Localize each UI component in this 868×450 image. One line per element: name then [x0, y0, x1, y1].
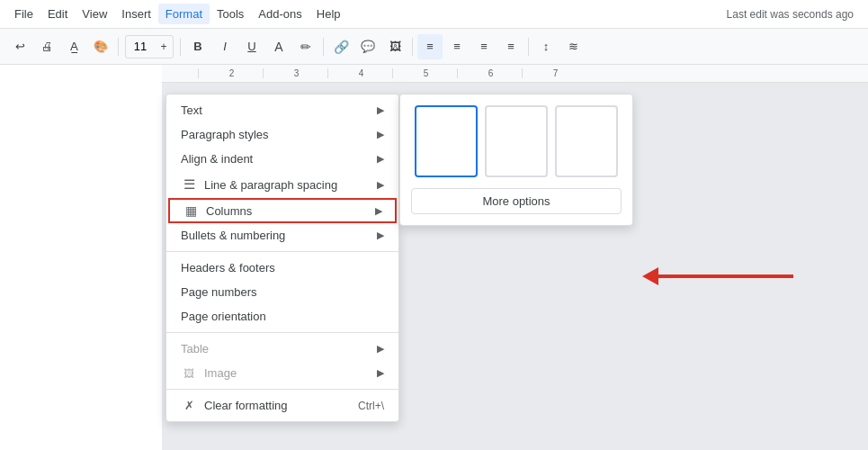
- toolbar-underline-btn[interactable]: U: [239, 34, 264, 59]
- toolbar-sep-5: [528, 38, 529, 56]
- toolbar-link-btn[interactable]: 🔗: [328, 34, 353, 59]
- menu-file[interactable]: File: [7, 4, 40, 24]
- menu-format[interactable]: Format: [158, 4, 210, 24]
- format-align-item[interactable]: Align & indent ▶: [166, 147, 398, 171]
- image-icon: 🖼: [181, 367, 197, 380]
- toolbar-sep-2: [180, 38, 181, 56]
- table-arrow-icon: ▶: [377, 343, 384, 355]
- font-size-plus-btn[interactable]: +: [155, 34, 173, 59]
- ruler-mark-3: 3: [263, 68, 327, 78]
- col-gap: [515, 112, 518, 170]
- toolbar: ↩ 🖨 A̲ 🎨 + B I U A ✏ 🔗 💬 🖼 ≡ ≡ ≡ ≡ ↕ ≋: [0, 29, 868, 65]
- menu-edit[interactable]: Edit: [40, 4, 75, 24]
- ruler-mark-6: 6: [457, 68, 522, 78]
- format-image-item: 🖼 Image ▶: [166, 361, 398, 385]
- image-arrow-icon: ▶: [377, 367, 384, 379]
- toolbar-spellcheck-btn[interactable]: A̲: [61, 34, 86, 59]
- toolbar-print-btn[interactable]: 🖨: [34, 34, 59, 59]
- paragraph-arrow-icon: ▶: [377, 129, 384, 140]
- toolbar-align-center-btn[interactable]: ≡: [444, 34, 470, 59]
- format-pagenumbers-item[interactable]: Page numbers: [166, 280, 398, 304]
- clearformat-shortcut: Ctrl+\: [358, 400, 384, 412]
- left-panel: [0, 65, 162, 450]
- toolbar-undo-btn[interactable]: ↩: [7, 34, 32, 59]
- toolbar-image-btn[interactable]: 🖼: [382, 34, 407, 59]
- toolbar-sep-3: [323, 38, 324, 56]
- columns-arrow-icon: ▶: [375, 205, 382, 217]
- linespacing-icon: ☰: [181, 176, 197, 193]
- format-pageorientation-item[interactable]: Page orientation: [166, 304, 398, 328]
- column-3-option[interactable]: [555, 105, 618, 177]
- toolbar-more-btn[interactable]: ≋: [560, 34, 586, 59]
- ruler-mark-5: 5: [392, 68, 457, 78]
- format-linespacing-item[interactable]: ☰ Line & paragraph spacing ▶: [166, 171, 398, 198]
- toolbar-textcolor-btn[interactable]: A: [266, 34, 291, 59]
- format-clearformatting-item[interactable]: ✗ Clear formatting Ctrl+\: [166, 393, 398, 418]
- toolbar-bold-btn[interactable]: B: [185, 34, 210, 59]
- toolbar-align-left-btn[interactable]: ≡: [417, 34, 443, 59]
- columns-submenu: More options: [399, 94, 633, 226]
- format-table-item: Table ▶: [166, 337, 398, 361]
- toolbar-sep-4: [412, 38, 413, 56]
- menu-tools[interactable]: Tools: [210, 4, 251, 24]
- menu-view[interactable]: View: [75, 4, 114, 24]
- menu-insert[interactable]: Insert: [114, 4, 158, 24]
- red-arrow: [643, 267, 793, 285]
- format-columns-item[interactable]: ▦ Columns ▶: [168, 198, 397, 223]
- menu-addons[interactable]: Add-ons: [251, 4, 309, 24]
- col-gap-2: [581, 112, 584, 170]
- toolbar-italic-btn[interactable]: I: [212, 34, 237, 59]
- ruler: 2 3 4 5 6 7: [162, 65, 868, 83]
- menu-bar: File Edit View Insert Format Tools Add-o…: [0, 0, 868, 29]
- more-options-btn[interactable]: More options: [411, 188, 622, 214]
- toolbar-sep-1: [118, 38, 119, 56]
- format-headers-item[interactable]: Headers & footers: [166, 256, 398, 280]
- arrow-head: [642, 267, 658, 285]
- col-3-visual: [578, 112, 595, 170]
- arrow-body: [658, 274, 793, 278]
- clearformat-icon: ✗: [181, 399, 197, 412]
- column-2-option[interactable]: [485, 105, 548, 177]
- toolbar-comment-btn[interactable]: 💬: [355, 34, 380, 59]
- dropdown-sep-3: [166, 389, 398, 390]
- ruler-mark-4: 4: [327, 68, 392, 78]
- columns-options: [411, 105, 622, 177]
- ruler-mark-2: 2: [198, 68, 263, 78]
- col-gap-3: [589, 112, 592, 170]
- toolbar-align-right-btn[interactable]: ≡: [471, 34, 497, 59]
- toolbar-highlight-btn[interactable]: ✏: [293, 34, 318, 59]
- menu-help[interactable]: Help: [309, 4, 348, 24]
- linespacing-arrow-icon: ▶: [377, 179, 384, 191]
- ruler-marks: 2 3 4 5 6 7: [198, 68, 586, 78]
- align-arrow-icon: ▶: [377, 153, 384, 165]
- last-edit-text: Last edit was seconds ago: [727, 8, 861, 21]
- col-2-visual: [512, 112, 521, 170]
- toolbar-align-justify-btn[interactable]: ≡: [498, 34, 523, 59]
- main-area: 2 3 4 5 6 7 Text ▶ Paragraph styles ▶ Al…: [0, 65, 868, 450]
- format-dropdown: Text ▶ Paragraph styles ▶ Align & indent…: [166, 94, 399, 422]
- ruler-container: 2 3 4 5 6 7: [162, 65, 868, 83]
- dropdown-sep-1: [166, 251, 398, 252]
- format-paragraph-item[interactable]: Paragraph styles ▶: [166, 122, 398, 147]
- text-arrow-icon: ▶: [377, 104, 384, 116]
- format-text-item[interactable]: Text ▶: [166, 98, 398, 122]
- font-size-box: +: [125, 35, 174, 58]
- toolbar-paintformat-btn[interactable]: 🎨: [88, 34, 113, 59]
- columns-icon: ▦: [183, 203, 199, 218]
- column-1-option[interactable]: [415, 105, 478, 177]
- format-bullets-item[interactable]: Bullets & numbering ▶: [166, 223, 398, 248]
- ruler-mark-7: 7: [522, 68, 586, 78]
- toolbar-linespacing-btn[interactable]: ↕: [533, 34, 559, 59]
- font-size-input[interactable]: [126, 40, 155, 53]
- bullets-arrow-icon: ▶: [377, 230, 384, 241]
- dropdown-sep-2: [166, 332, 398, 333]
